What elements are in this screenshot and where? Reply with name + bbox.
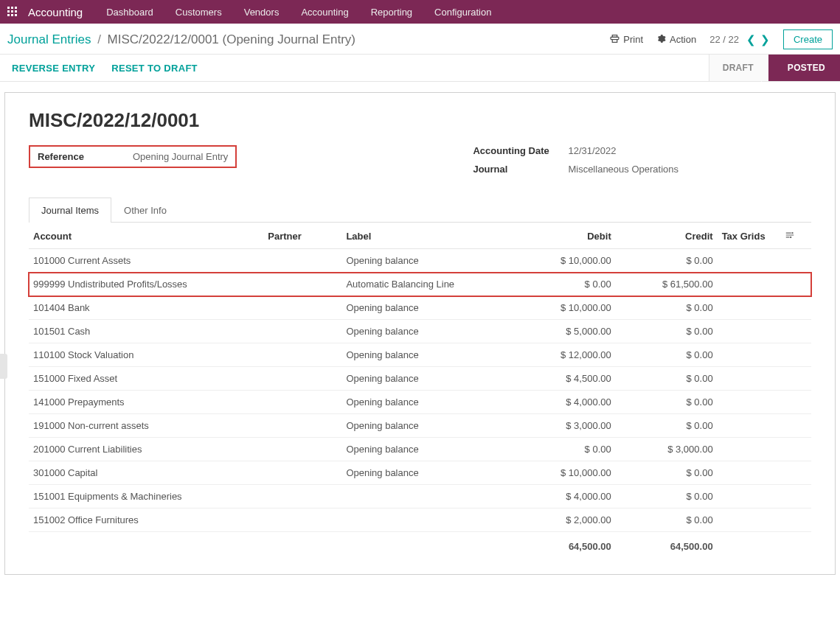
total-credit: 64,500.00 [616,532,718,559]
cell-label: Opening balance [341,461,513,485]
cell-account: 301000 Capital [29,461,263,485]
stage-posted[interactable]: POSTED [768,55,840,81]
print-icon [610,34,619,46]
action-button[interactable]: Action [656,34,696,46]
total-debit: 64,500.00 [514,532,616,559]
journal-items-table: Account Partner Label Debit Credit Tax G… [29,223,811,558]
pager-prev-icon[interactable]: ❮ [746,33,756,46]
cell-label: Opening balance [341,296,513,320]
col-settings[interactable] [780,223,811,249]
col-partner: Partner [263,223,341,249]
table-row[interactable]: 151002 Office Furnitures$ 2,000.00$ 0.00 [29,509,811,532]
svg-point-12 [790,237,791,238]
cell-account: 999999 Undistributed Profits/Losses [29,273,263,296]
cell-tax [718,273,780,296]
status-stages: DRAFT POSTED [709,55,840,81]
side-handle[interactable] [0,354,7,379]
table-row[interactable]: 999999 Undistributed Profits/LossesAutom… [29,273,811,296]
cell-spacer [780,509,811,532]
cell-label: Opening balance [341,320,513,343]
reference-value: Opening Journal Entry [133,151,228,162]
table-row[interactable]: 151000 Fixed AssetOpening balance$ 4,500… [29,367,811,391]
cell-credit: $ 0.00 [616,249,718,273]
svg-rect-4 [11,10,13,13]
cell-partner [263,485,341,509]
cell-account: 110100 Stock Valuation [29,343,263,367]
cell-tax [718,320,780,343]
svg-rect-0 [7,7,10,9]
cell-spacer [780,391,811,414]
nav-vendors[interactable]: Vendors [238,1,285,23]
cell-credit: $ 61,500.00 [616,273,718,296]
cell-tax [718,343,780,367]
table-row[interactable]: 191000 Non-current assetsOpening balance… [29,414,811,438]
cell-label: Opening balance [341,438,513,461]
cell-partner [263,249,341,273]
col-label: Label [341,223,513,249]
nav-dashboard[interactable]: Dashboard [100,1,159,23]
pager-next-icon[interactable]: ❯ [760,33,770,46]
nav-configuration[interactable]: Configuration [428,1,497,23]
table-row[interactable]: 141000 PrepaymentsOpening balance$ 4,000… [29,391,811,414]
table-row[interactable]: 201000 Current LiabilitiesOpening balanc… [29,438,811,461]
cell-credit: $ 0.00 [616,485,718,509]
journal-value: Miscellaneous Operations [568,164,678,175]
journal-label: Journal [473,164,558,175]
table-row[interactable]: 101000 Current AssetsOpening balance$ 10… [29,249,811,273]
col-credit: Credit [616,223,718,249]
reset-to-draft-button[interactable]: RESET TO DRAFT [111,63,198,74]
reference-label: Reference [38,151,122,162]
sliders-icon[interactable] [785,231,795,242]
cell-partner [263,343,341,367]
cell-debit: $ 10,000.00 [514,296,616,320]
accounting-date-value: 12/31/2022 [568,145,616,156]
cell-label: Automatic Balancing Line [341,273,513,296]
cell-credit: $ 0.00 [616,343,718,367]
print-button[interactable]: Print [610,34,643,46]
pager: 22 / 22 ❮ ❯ [709,33,770,46]
breadcrumb-bar: Journal Entries / MISC/2022/12/0001 (Ope… [0,24,840,54]
create-button[interactable]: Create [783,29,833,49]
apps-icon[interactable] [7,7,18,17]
reverse-entry-button[interactable]: REVERSE ENTRY [12,63,95,74]
cell-debit: $ 5,000.00 [514,320,616,343]
cell-spacer [780,367,811,391]
table-row[interactable]: 101404 BankOpening balance$ 10,000.00$ 0… [29,296,811,320]
cell-label: Opening balance [341,367,513,391]
svg-rect-5 [15,10,17,13]
breadcrumb-sep: / [97,32,101,46]
table-row[interactable]: 151001 Equipments & Machineries$ 4,000.0… [29,485,811,509]
cell-partner [263,320,341,343]
cell-credit: $ 0.00 [616,509,718,532]
table-row[interactable]: 101501 CashOpening balance$ 5,000.00$ 0.… [29,320,811,343]
tab-other-info[interactable]: Other Info [111,198,179,223]
cell-spacer [780,414,811,438]
cell-account: 141000 Prepayments [29,391,263,414]
pager-count: 22 / 22 [709,34,739,45]
cell-label: Opening balance [341,343,513,367]
cell-credit: $ 0.00 [616,391,718,414]
svg-rect-1 [11,7,13,9]
cell-tax [718,485,780,509]
cell-account: 151000 Fixed Asset [29,367,263,391]
cell-credit: $ 0.00 [616,367,718,391]
cell-partner [263,391,341,414]
reference-highlight: Reference Opening Journal Entry [29,145,237,168]
nav-accounting[interactable]: Accounting [295,1,354,23]
nav-customers[interactable]: Customers [170,1,228,23]
cell-debit: $ 10,000.00 [514,461,616,485]
stage-draft[interactable]: DRAFT [709,55,768,81]
col-tax-grids: Tax Grids [718,223,780,249]
breadcrumb-root[interactable]: Journal Entries [7,32,91,46]
cell-partner [263,367,341,391]
table-row[interactable]: 301000 CapitalOpening balance$ 10,000.00… [29,461,811,485]
svg-rect-2 [15,7,17,9]
table-row[interactable]: 110100 Stock ValuationOpening balance$ 1… [29,343,811,367]
svg-rect-7 [11,14,13,16]
tab-journal-items[interactable]: Journal Items [29,198,111,223]
app-title[interactable]: Accounting [28,6,83,18]
nav-reporting[interactable]: Reporting [365,1,418,23]
cell-tax [718,509,780,532]
cell-spacer [780,485,811,509]
cell-tax [718,461,780,485]
